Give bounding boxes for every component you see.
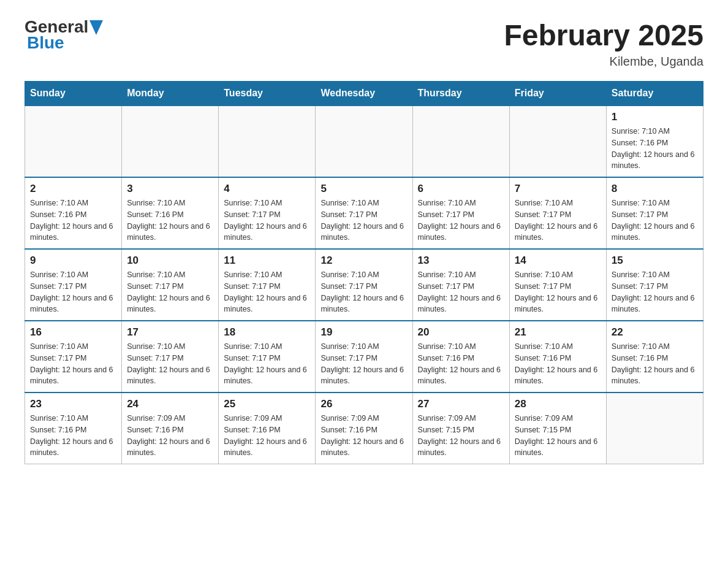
title-section: February 2025 Kilembe, Uganda — [504, 18, 703, 69]
day-sunset: Sunset: 7:16 PM — [612, 139, 668, 147]
cell-week1-day5 — [509, 105, 606, 177]
day-sunset: Sunset: 7:17 PM — [127, 354, 183, 362]
cell-week4-day0: 16 Sunrise: 7:10 AM Sunset: 7:17 PM Dayl… — [25, 321, 122, 393]
day-sunrise: Sunrise: 7:09 AM — [127, 414, 185, 423]
cell-week1-day3 — [316, 105, 412, 177]
day-number: 9 — [30, 255, 116, 267]
day-sunset: Sunset: 7:17 PM — [224, 210, 280, 219]
cell-week4-day4: 20 Sunrise: 7:10 AM Sunset: 7:16 PM Dayl… — [412, 321, 509, 393]
cell-week1-day1 — [122, 105, 219, 177]
day-sunrise: Sunrise: 7:10 AM — [418, 270, 476, 279]
day-sunrise: Sunrise: 7:10 AM — [515, 270, 573, 279]
day-number: 18 — [224, 326, 310, 339]
logo: General Blue — [25, 18, 103, 52]
cell-week3-day2: 11 Sunrise: 7:10 AM Sunset: 7:17 PM Dayl… — [219, 249, 316, 321]
day-number: 8 — [612, 183, 698, 195]
day-sunrise: Sunrise: 7:10 AM — [515, 199, 573, 207]
day-daylight: Daylight: 12 hours and 6 minutes. — [418, 294, 501, 314]
day-sunrise: Sunrise: 7:10 AM — [320, 199, 379, 207]
day-sunset: Sunset: 7:16 PM — [30, 426, 86, 434]
day-sunrise: Sunrise: 7:10 AM — [127, 342, 185, 351]
cell-week4-day5: 21 Sunrise: 7:10 AM Sunset: 7:16 PM Dayl… — [509, 321, 606, 393]
cell-week2-day0: 2 Sunrise: 7:10 AM Sunset: 7:16 PM Dayli… — [25, 177, 122, 249]
day-sunrise: Sunrise: 7:10 AM — [224, 342, 282, 351]
cell-week3-day3: 12 Sunrise: 7:10 AM Sunset: 7:17 PM Dayl… — [316, 249, 412, 321]
cell-week4-day6: 22 Sunrise: 7:10 AM Sunset: 7:16 PM Dayl… — [606, 321, 703, 393]
week-row-3: 9 Sunrise: 7:10 AM Sunset: 7:17 PM Dayli… — [25, 249, 703, 321]
day-sunrise: Sunrise: 7:10 AM — [320, 270, 379, 279]
day-number: 11 — [224, 255, 310, 267]
day-number: 21 — [515, 326, 601, 339]
day-sunset: Sunset: 7:16 PM — [127, 426, 183, 434]
day-sunset: Sunset: 7:17 PM — [320, 354, 377, 362]
day-sunset: Sunset: 7:15 PM — [418, 426, 474, 434]
day-number: 13 — [418, 255, 504, 267]
day-sunrise: Sunrise: 7:10 AM — [30, 270, 88, 279]
day-sunset: Sunset: 7:17 PM — [320, 210, 377, 219]
cell-week4-day3: 19 Sunrise: 7:10 AM Sunset: 7:17 PM Dayl… — [316, 321, 412, 393]
cell-week3-day0: 9 Sunrise: 7:10 AM Sunset: 7:17 PM Dayli… — [25, 249, 122, 321]
day-daylight: Daylight: 12 hours and 6 minutes. — [418, 437, 501, 458]
header-sunday: Sunday — [25, 82, 122, 106]
day-daylight: Daylight: 12 hours and 6 minutes. — [612, 366, 695, 386]
day-number: 24 — [127, 398, 213, 410]
day-number: 2 — [30, 183, 116, 195]
day-daylight: Daylight: 12 hours and 6 minutes. — [224, 437, 307, 458]
cell-week2-day2: 4 Sunrise: 7:10 AM Sunset: 7:17 PM Dayli… — [219, 177, 316, 249]
day-daylight: Daylight: 12 hours and 6 minutes. — [515, 437, 598, 458]
calendar-table: Sunday Monday Tuesday Wednesday Thursday… — [25, 81, 703, 464]
day-number: 6 — [418, 183, 504, 195]
day-number: 5 — [320, 183, 407, 195]
cell-week1-day4 — [412, 105, 509, 177]
cell-week1-day2 — [219, 105, 316, 177]
day-sunrise: Sunrise: 7:10 AM — [127, 199, 185, 207]
logo-blue-text: Blue — [27, 33, 64, 52]
day-sunrise: Sunrise: 7:10 AM — [612, 127, 670, 136]
svg-marker-0 — [89, 20, 103, 35]
day-sunrise: Sunrise: 7:09 AM — [320, 414, 379, 423]
header-friday: Friday — [509, 82, 606, 106]
day-sunset: Sunset: 7:16 PM — [418, 354, 474, 362]
day-daylight: Daylight: 12 hours and 6 minutes. — [30, 437, 113, 458]
day-sunset: Sunset: 7:17 PM — [224, 354, 280, 362]
day-daylight: Daylight: 12 hours and 6 minutes. — [515, 222, 598, 242]
day-sunset: Sunset: 7:17 PM — [515, 210, 571, 219]
day-sunset: Sunset: 7:17 PM — [612, 282, 668, 291]
day-daylight: Daylight: 12 hours and 6 minutes. — [127, 437, 210, 458]
day-number: 23 — [30, 398, 116, 410]
day-daylight: Daylight: 12 hours and 6 minutes. — [30, 294, 113, 314]
day-daylight: Daylight: 12 hours and 6 minutes. — [612, 294, 695, 314]
day-daylight: Daylight: 12 hours and 6 minutes. — [224, 294, 307, 314]
cell-week2-day6: 8 Sunrise: 7:10 AM Sunset: 7:17 PM Dayli… — [606, 177, 703, 249]
day-sunrise: Sunrise: 7:09 AM — [418, 414, 476, 423]
cell-week4-day1: 17 Sunrise: 7:10 AM Sunset: 7:17 PM Dayl… — [122, 321, 219, 393]
cell-week3-day6: 15 Sunrise: 7:10 AM Sunset: 7:17 PM Dayl… — [606, 249, 703, 321]
day-number: 25 — [224, 398, 310, 410]
cell-week5-day1: 24 Sunrise: 7:09 AM Sunset: 7:16 PM Dayl… — [122, 393, 219, 464]
day-sunrise: Sunrise: 7:10 AM — [224, 199, 282, 207]
cell-week5-day3: 26 Sunrise: 7:09 AM Sunset: 7:16 PM Dayl… — [316, 393, 412, 464]
day-sunset: Sunset: 7:16 PM — [127, 210, 183, 219]
day-daylight: Daylight: 12 hours and 6 minutes. — [612, 222, 695, 242]
day-sunrise: Sunrise: 7:10 AM — [30, 414, 88, 423]
day-number: 27 — [418, 398, 504, 410]
week-row-5: 23 Sunrise: 7:10 AM Sunset: 7:16 PM Dayl… — [25, 393, 703, 464]
day-sunset: Sunset: 7:17 PM — [30, 354, 86, 362]
day-daylight: Daylight: 12 hours and 6 minutes. — [320, 366, 404, 386]
cell-week1-day6: 1 Sunrise: 7:10 AM Sunset: 7:16 PM Dayli… — [606, 105, 703, 177]
day-number: 22 — [612, 326, 698, 339]
cell-week3-day1: 10 Sunrise: 7:10 AM Sunset: 7:17 PM Dayl… — [122, 249, 219, 321]
day-sunrise: Sunrise: 7:10 AM — [418, 199, 476, 207]
cell-week5-day0: 23 Sunrise: 7:10 AM Sunset: 7:16 PM Dayl… — [25, 393, 122, 464]
header-thursday: Thursday — [412, 82, 509, 106]
day-sunset: Sunset: 7:16 PM — [30, 210, 86, 219]
day-sunset: Sunset: 7:17 PM — [127, 282, 183, 291]
day-sunset: Sunset: 7:17 PM — [612, 210, 668, 219]
day-sunset: Sunset: 7:17 PM — [30, 282, 86, 291]
cell-week3-day4: 13 Sunrise: 7:10 AM Sunset: 7:17 PM Dayl… — [412, 249, 509, 321]
day-sunset: Sunset: 7:17 PM — [320, 282, 377, 291]
day-sunrise: Sunrise: 7:10 AM — [224, 270, 282, 279]
cell-week5-day2: 25 Sunrise: 7:09 AM Sunset: 7:16 PM Dayl… — [219, 393, 316, 464]
day-daylight: Daylight: 12 hours and 6 minutes. — [127, 366, 210, 386]
header-wednesday: Wednesday — [316, 82, 412, 106]
